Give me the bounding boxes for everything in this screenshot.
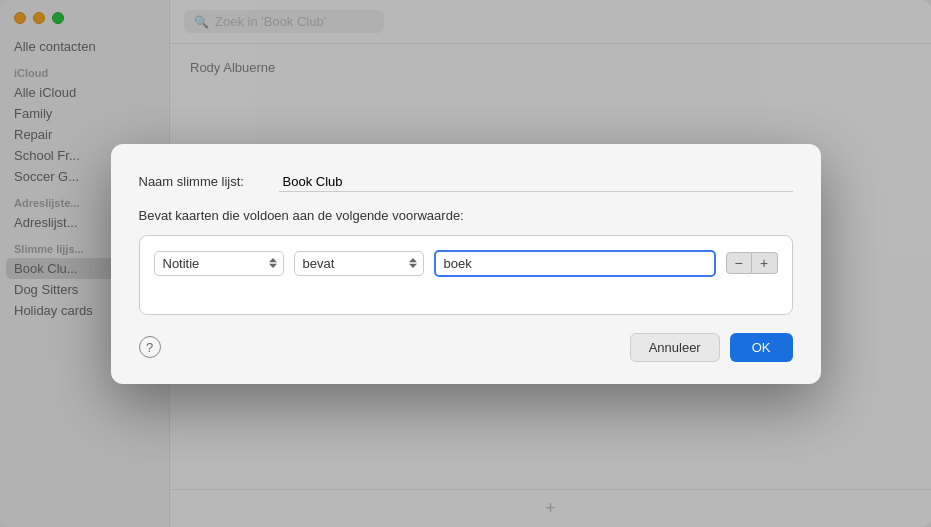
footer-buttons: Annuleer OK bbox=[630, 333, 793, 362]
help-button[interactable]: ? bbox=[139, 336, 161, 358]
remove-condition-button[interactable]: − bbox=[726, 252, 752, 274]
field-dropdown[interactable]: Notitie Voornaam Achternaam Bedrijf bbox=[154, 251, 284, 276]
name-label: Naam slimme lijst: bbox=[139, 174, 279, 189]
name-input[interactable] bbox=[279, 172, 793, 192]
condition-description: Bevat kaarten die voldoen aan de volgend… bbox=[139, 208, 793, 223]
modal-footer: ? Annuleer OK bbox=[139, 333, 793, 362]
value-input[interactable] bbox=[434, 250, 716, 277]
smart-list-dialog: Naam slimme lijst: Bevat kaarten die vol… bbox=[111, 144, 821, 384]
condition-area: Notitie Voornaam Achternaam Bedrijf beva… bbox=[139, 235, 793, 315]
add-remove-buttons: − + bbox=[726, 252, 778, 274]
condition-row: Notitie Voornaam Achternaam Bedrijf beva… bbox=[154, 250, 778, 277]
operator-dropdown[interactable]: bevat bevat niet is is niet bbox=[294, 251, 424, 276]
add-condition-button[interactable]: + bbox=[752, 252, 778, 274]
cancel-button[interactable]: Annuleer bbox=[630, 333, 720, 362]
modal-overlay: Naam slimme lijst: Bevat kaarten die vol… bbox=[0, 0, 931, 527]
ok-button[interactable]: OK bbox=[730, 333, 793, 362]
name-row: Naam slimme lijst: bbox=[139, 172, 793, 192]
